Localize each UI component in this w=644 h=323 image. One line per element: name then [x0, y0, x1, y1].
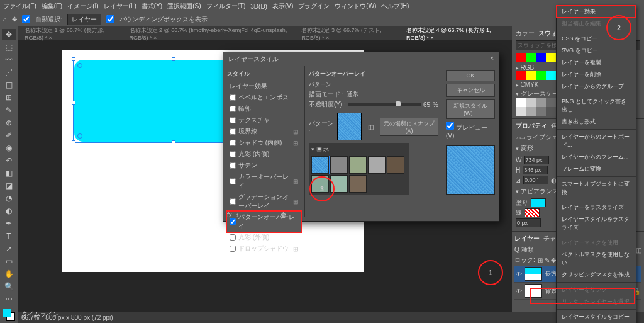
menu-item[interactable]: SVG をコピー: [557, 45, 636, 57]
brush-tool[interactable]: ✐: [2, 130, 16, 141]
menu-item[interactable]: 表示(V): [272, 2, 293, 11]
style-item[interactable]: 光彩 (外側): [227, 232, 301, 243]
tab[interactable]: カラー: [516, 29, 535, 38]
menu-item[interactable]: レイヤー(L): [104, 2, 136, 11]
handle[interactable]: [72, 101, 75, 105]
style-item[interactable]: 境界線⊞: [227, 126, 301, 137]
pattern-item[interactable]: [387, 156, 404, 174]
menu-item[interactable]: レイヤースタイルをコピー: [557, 311, 636, 323]
opacity-slider[interactable]: [396, 101, 401, 106]
style-item[interactable]: レイヤー効果: [227, 81, 301, 92]
section[interactable]: 変形: [521, 145, 533, 152]
menu-item[interactable]: レイヤーを削除: [557, 69, 636, 81]
menu-item[interactable]: 3D(D): [250, 3, 267, 10]
style-item[interactable]: サテン: [227, 160, 301, 171]
pen-tool[interactable]: ✒: [2, 218, 16, 229]
wand-tool[interactable]: ⋰: [2, 67, 16, 78]
new-style-button[interactable]: 新規スタイル(W)...: [446, 99, 495, 119]
menu-item[interactable]: レイヤーをラスタライズ: [557, 201, 636, 213]
handle[interactable]: [172, 57, 175, 61]
move-tool[interactable]: ✥: [2, 29, 16, 40]
menu-item[interactable]: 編集(E): [42, 2, 62, 11]
style-item[interactable]: グラデーションオーバーレイ⊞: [227, 191, 301, 212]
style-item[interactable]: 光彩 (内側): [227, 149, 301, 160]
menu-bar[interactable]: ファイル(F)編集(E)イメージ(I)レイヤー(L)書式(Y)選択範囲(S)フィ…: [0, 0, 644, 13]
swatch[interactable]: [536, 53, 546, 62]
menu-item[interactable]: フィルター(T): [206, 2, 246, 11]
document-tab[interactable]: 名称未設定 4 @ 66.7% (長方形 1, RGB/8) * ×: [402, 25, 509, 42]
menu-item[interactable]: ウィンドウ(W): [335, 2, 376, 11]
more-tool[interactable]: ⋯: [2, 293, 16, 305]
stroke-width[interactable]: [516, 218, 541, 227]
handle[interactable]: [72, 140, 75, 144]
pattern-item[interactable]: [349, 175, 367, 193]
menu-item[interactable]: ヘルプ(H): [381, 2, 409, 11]
timeline-tab[interactable]: タイムライン: [18, 309, 63, 320]
section[interactable]: アピアランス: [521, 188, 558, 195]
menu-item[interactable]: レイヤーからのアートボード...: [557, 131, 636, 151]
crop-tool[interactable]: ◫: [2, 79, 16, 91]
fx-icon[interactable]: fx: [227, 212, 232, 218]
style-item[interactable]: ベベルとエンボス: [227, 92, 301, 103]
tab[interactable]: プロパティ: [516, 122, 547, 130]
home-icon[interactable]: ⌂: [3, 16, 7, 23]
corner-anchor[interactable]: [77, 63, 82, 68]
style-item[interactable]: シャドウ (内側)⊞: [227, 137, 301, 149]
preview-check[interactable]: [446, 122, 454, 130]
ok-button[interactable]: OK: [446, 70, 495, 81]
style-item[interactable]: テクスチャ: [227, 115, 301, 126]
handle[interactable]: [72, 57, 75, 61]
document-tab[interactable]: 名称未設定 3 @ 66.7% (テスト, RGB/8) * ×: [297, 25, 400, 42]
type-tool[interactable]: T: [2, 230, 16, 242]
layer-context-menu[interactable]: レイヤー効果...担当補正を編集...CSS をコピーSVG をコピーレイヤーを…: [556, 5, 636, 323]
eyedrop-tool[interactable]: ✎: [2, 105, 16, 116]
tab[interactable]: レイヤー: [514, 234, 540, 243]
height-input[interactable]: [523, 166, 548, 174]
color-swatches[interactable]: [3, 309, 15, 321]
pattern-item[interactable]: [311, 156, 329, 174]
pattern-picker[interactable]: [337, 113, 362, 140]
menu-item[interactable]: プラグイン: [298, 2, 330, 11]
blend-mode-select[interactable]: 通常: [347, 90, 438, 99]
lasso-tool[interactable]: 〰: [2, 54, 16, 65]
handle[interactable]: [172, 140, 175, 144]
menu-item[interactable]: 選択範囲(S): [167, 2, 201, 11]
style-item[interactable]: カラーオーバーレイ⊞: [227, 171, 301, 191]
menu-item[interactable]: フレームに変換: [557, 163, 636, 175]
kind-filter[interactable]: Q 種類: [514, 246, 534, 254]
frame-tool[interactable]: ⊞: [2, 92, 16, 103]
document-tab[interactable]: 名称未設定 1 @ 66.7% (長方形, RGB/8) * ×: [21, 25, 123, 42]
eraser-tool[interactable]: ◧: [2, 167, 16, 179]
folder[interactable]: RGB: [521, 64, 535, 71]
blur-tool[interactable]: ◔: [2, 193, 16, 204]
trash-icon[interactable]: 🗑: [280, 212, 287, 218]
menu-item[interactable]: レイヤーからのフレーム...: [557, 151, 636, 163]
corner-anchor[interactable]: [77, 133, 82, 139]
menu-item[interactable]: クリッピングマスクを作成: [557, 269, 636, 281]
menu-item[interactable]: 書き出し形式...: [557, 116, 636, 128]
menu-item[interactable]: PNG としてクイック書き出し: [557, 96, 636, 116]
gradient-tool[interactable]: ◪: [2, 180, 16, 191]
close-icon[interactable]: ×: [490, 55, 494, 64]
cancel-button[interactable]: キャンセル: [446, 84, 495, 97]
menu-item[interactable]: スマートオブジェクトに変換: [557, 178, 636, 198]
menu-item[interactable]: 書式(Y): [142, 2, 162, 11]
menu-item[interactable]: レイヤーからのグループ...: [557, 81, 636, 93]
swatch[interactable]: [546, 53, 556, 62]
layer-dropdown[interactable]: レイヤー: [67, 14, 101, 25]
folder[interactable]: CMYK: [521, 81, 539, 88]
heal-tool[interactable]: ⊕: [2, 117, 16, 128]
menu-item[interactable]: レイヤースタイルをラスタライズ: [557, 213, 636, 234]
menu-item[interactable]: ファイル(F): [3, 2, 36, 11]
zoom-tool[interactable]: 🔍: [2, 281, 16, 292]
menu-item[interactable]: レイヤーを複製...: [557, 57, 636, 69]
bbox-check[interactable]: [106, 15, 114, 23]
swatch[interactable]: [516, 53, 526, 62]
angle-input[interactable]: [523, 176, 548, 184]
menu-item[interactable]: イメージ(I): [67, 2, 98, 11]
pattern-item[interactable]: [349, 156, 367, 174]
document-tab[interactable]: 名称未設定 2 @ 66.7% (timothy-eberly-XemjFd_4…: [126, 25, 296, 42]
hand-tool[interactable]: ✋: [2, 268, 16, 280]
fill-color[interactable]: [531, 198, 546, 207]
auto-select-check[interactable]: [22, 15, 30, 23]
